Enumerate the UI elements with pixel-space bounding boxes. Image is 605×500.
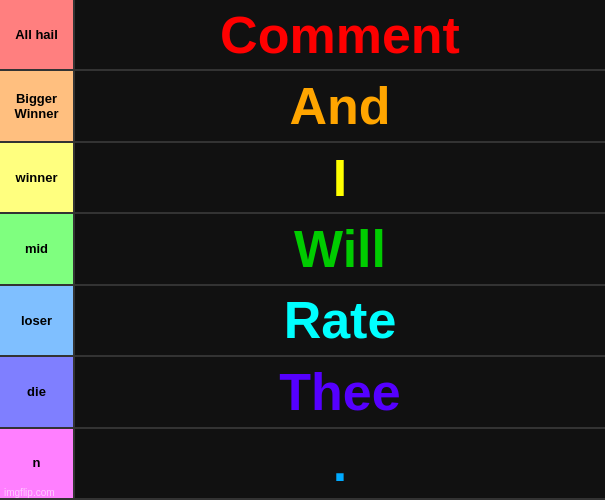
tier-text-e: Thee (279, 362, 400, 422)
tier-label-e: die (0, 357, 75, 426)
tier-label-b: winner (0, 143, 75, 212)
tier-content-s: Comment (75, 0, 605, 69)
tier-text-d: Rate (284, 290, 397, 350)
tier-content-c: Will (75, 214, 605, 283)
tier-label-c: mid (0, 214, 75, 283)
tier-row-e: dieThee (0, 357, 605, 428)
tier-list: All hailCommentBigger WinnerAndwinnerImi… (0, 0, 605, 500)
tier-row-f: n. (0, 429, 605, 500)
tier-content-b: I (75, 143, 605, 212)
tier-text-c: Will (294, 219, 386, 279)
tier-text-a: And (289, 76, 390, 136)
tier-row-a: Bigger WinnerAnd (0, 71, 605, 142)
tier-label-s: All hail (0, 0, 75, 69)
tier-text-f: . (333, 433, 347, 493)
tier-text-s: Comment (220, 5, 460, 65)
tier-label-a: Bigger Winner (0, 71, 75, 140)
tier-label-d: loser (0, 286, 75, 355)
tier-content-d: Rate (75, 286, 605, 355)
tier-content-a: And (75, 71, 605, 140)
tier-content-f: . (75, 429, 605, 498)
watermark: imgflip.com (4, 487, 55, 498)
tier-row-b: winnerI (0, 143, 605, 214)
tier-content-e: Thee (75, 357, 605, 426)
tier-row-c: midWill (0, 214, 605, 285)
tier-row-s: All hailComment (0, 0, 605, 71)
tier-row-d: loserRate (0, 286, 605, 357)
tier-text-b: I (333, 148, 347, 208)
